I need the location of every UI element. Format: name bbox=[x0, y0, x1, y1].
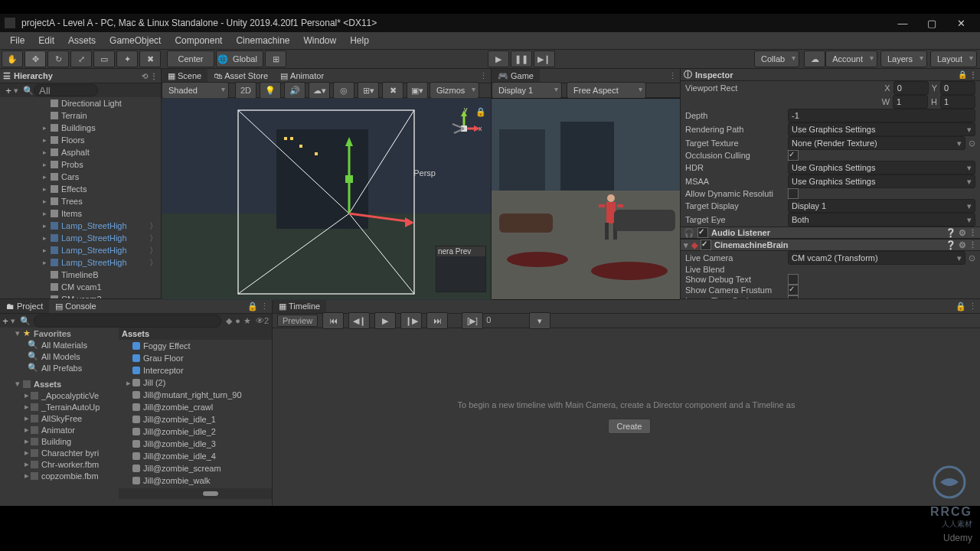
prev-frame-icon[interactable]: ◀❙ bbox=[348, 312, 370, 329]
hand-tool-icon[interactable]: ✋ bbox=[2, 51, 23, 67]
hierarchy-item[interactable]: ▸Probs bbox=[0, 158, 161, 171]
favorites-header[interactable]: ▾★Favorites bbox=[0, 328, 119, 339]
shading-mode-dropdown[interactable]: Shaded bbox=[162, 82, 229, 99]
minimize-button[interactable]: — bbox=[888, 15, 917, 31]
show-debug-checkbox[interactable] bbox=[788, 274, 799, 285]
layout-dropdown[interactable]: Layout bbox=[930, 51, 977, 67]
live-camera-field[interactable]: CM vcam2 (Transform) bbox=[788, 251, 965, 265]
hierarchy-item[interactable]: ▸Asphalt bbox=[0, 146, 161, 158]
asset-item[interactable]: Grau Floor bbox=[119, 352, 272, 364]
folder-item[interactable]: ▸Charachter byri bbox=[0, 447, 119, 458]
hierarchy-item[interactable]: ▸Floors bbox=[0, 134, 161, 146]
panel-lock-icon[interactable]: ⟲ ⋮ bbox=[142, 72, 158, 80]
audio-listener-component[interactable]: 🎧Audio Listener❔ ⚙ ⋮ bbox=[681, 227, 980, 239]
tool-icon[interactable]: ✖ bbox=[382, 82, 403, 99]
menu-window[interactable]: Window bbox=[297, 33, 344, 48]
create-dropdown[interactable]: + bbox=[3, 85, 14, 96]
viewport-y-field[interactable]: 0 bbox=[940, 81, 975, 95]
asset-item[interactable]: Foggy Effect bbox=[119, 340, 272, 352]
list-item[interactable]: 🔍All Materials bbox=[0, 339, 119, 350]
menu-edit[interactable]: Edit bbox=[31, 33, 61, 48]
tab-game[interactable]: 🎮Game bbox=[492, 69, 540, 83]
hierarchy-item[interactable]: ▸Lamp_StreetHigh〉 bbox=[0, 256, 161, 269]
hierarchy-list[interactable]: Directional LightTerrain▸Buildings▸Floor… bbox=[0, 97, 161, 298]
tab-scene[interactable]: ▦Scene bbox=[162, 69, 207, 83]
project-tree[interactable]: ▾★Favorites 🔍All Materials 🔍All Models 🔍… bbox=[0, 328, 119, 506]
maximize-button[interactable]: ▢ bbox=[917, 15, 946, 31]
panel-menu-icon[interactable]: 🔒 ⋮ bbox=[952, 302, 980, 311]
close-button[interactable]: ✕ bbox=[946, 15, 975, 31]
asset-item[interactable]: Jill@mutant_right_turn_90 bbox=[119, 389, 272, 401]
menu-help[interactable]: Help bbox=[343, 33, 376, 48]
audio-toggle-icon[interactable]: 🔊 bbox=[284, 82, 305, 99]
camera-preview[interactable]: nera Prev bbox=[436, 246, 486, 292]
hierarchy-item[interactable]: ▸Lamp_StreetHigh〉 bbox=[0, 244, 161, 256]
lock-icon[interactable]: 🔒 bbox=[475, 107, 486, 117]
scene-gizmo[interactable]: y x 🔒 bbox=[445, 106, 483, 144]
filter-icon[interactable]: ● bbox=[234, 316, 242, 325]
filter-icon[interactable]: ◆ bbox=[224, 316, 234, 326]
timeline-options-icon[interactable]: ▾ bbox=[529, 312, 550, 329]
project-search-input[interactable] bbox=[34, 315, 221, 328]
twod-toggle[interactable]: 2D bbox=[235, 82, 256, 99]
move-tool-icon[interactable]: ✥ bbox=[24, 51, 46, 67]
asset-item[interactable]: ▸Jill (2) bbox=[119, 377, 272, 389]
hierarchy-item[interactable]: ▸Lamp_StreetHigh〉 bbox=[0, 220, 161, 232]
aspect-dropdown[interactable]: Free Aspect bbox=[567, 82, 646, 99]
folder-item[interactable]: ▸AllSkyFree bbox=[0, 412, 119, 424]
menu-file[interactable]: File bbox=[3, 33, 31, 48]
goto-start-icon[interactable]: ⏮ bbox=[322, 312, 344, 329]
scale-tool-icon[interactable]: ⤢ bbox=[70, 51, 92, 67]
tab-project[interactable]: 🖿Project bbox=[0, 299, 49, 313]
favorite-icon[interactable]: ★ bbox=[242, 316, 253, 326]
target-eye-dropdown[interactable]: Both bbox=[788, 213, 975, 227]
target-display-dropdown[interactable]: Display 1 bbox=[788, 199, 975, 213]
menu-component[interactable]: Component bbox=[168, 33, 229, 48]
list-item[interactable]: 🔍All Prefabs bbox=[0, 362, 119, 373]
asset-item[interactable]: Jill@zombie_crawl bbox=[119, 401, 272, 413]
rotate-tool-icon[interactable]: ↻ bbox=[47, 51, 69, 67]
tab-animator[interactable]: ▤Animator bbox=[274, 69, 330, 83]
collab-dropdown[interactable]: Collab bbox=[754, 51, 799, 67]
next-frame-icon[interactable]: ❙▶ bbox=[400, 312, 422, 329]
step-button[interactable]: ▶❙ bbox=[534, 51, 555, 67]
hierarchy-item[interactable]: ▸Items bbox=[0, 207, 161, 220]
hierarchy-search-input[interactable] bbox=[34, 84, 98, 96]
rendering-path-dropdown[interactable]: Use Graphics Settings bbox=[788, 122, 975, 136]
hierarchy-header[interactable]: ☰ Hierarchy ⟲ ⋮ bbox=[0, 69, 161, 83]
list-item[interactable]: 🔍All Models bbox=[0, 350, 119, 362]
target-icon[interactable]: ⊙ bbox=[969, 253, 975, 263]
layers-dropdown[interactable]: Layers bbox=[880, 51, 927, 67]
fx-toggle-icon[interactable]: ☁▾ bbox=[309, 82, 330, 99]
asset-item[interactable]: Jill@zombie_idle_1 bbox=[119, 413, 272, 425]
msaa-dropdown[interactable]: Use Graphics Settings bbox=[788, 174, 975, 188]
ignore-time-checkbox[interactable] bbox=[788, 295, 799, 298]
hierarchy-item[interactable]: ▸Buildings bbox=[0, 122, 161, 134]
frame-field[interactable]: 0 bbox=[486, 315, 524, 326]
hierarchy-item[interactable]: ▸Trees bbox=[0, 195, 161, 207]
hierarchy-item[interactable]: ▸Lamp_StreetHigh〉 bbox=[0, 232, 161, 244]
asset-item[interactable]: Interceptor bbox=[119, 364, 272, 377]
cloud-icon[interactable]: ☁ bbox=[804, 51, 825, 67]
assets-breadcrumb[interactable]: Assets bbox=[119, 328, 272, 340]
occlusion-checkbox[interactable] bbox=[788, 150, 799, 161]
menu-cinemachine[interactable]: Cinemachine bbox=[229, 33, 296, 48]
asset-item[interactable]: Jill@zombie_idle_4 bbox=[119, 450, 272, 462]
tab-timeline[interactable]: ▦Timeline bbox=[273, 299, 326, 313]
dynres-checkbox[interactable] bbox=[788, 188, 799, 199]
folder-item[interactable]: ▸Chr-worker.fbm bbox=[0, 458, 119, 470]
panel-menu-icon[interactable]: 🔒 ⋮ bbox=[958, 70, 977, 79]
viewport-h-field[interactable]: 1 bbox=[940, 95, 975, 109]
hierarchy-item[interactable]: TimelineB bbox=[0, 269, 161, 281]
asset-item[interactable]: Jill@zombie_scream bbox=[119, 462, 272, 474]
rect-tool-icon[interactable]: ▭ bbox=[93, 51, 115, 67]
hierarchy-item[interactable]: Directional Light bbox=[0, 97, 161, 109]
hidden-toggle-icon[interactable]: ◎ bbox=[333, 82, 354, 99]
account-dropdown[interactable]: Account bbox=[825, 51, 877, 67]
viewport-x-field[interactable]: 0 bbox=[893, 81, 929, 95]
tab-asset-store[interactable]: 🛍Asset Store bbox=[207, 69, 274, 83]
menu-assets[interactable]: Assets bbox=[61, 33, 103, 48]
persp-label[interactable]: Persp bbox=[413, 168, 436, 178]
lighting-toggle-icon[interactable]: 💡 bbox=[260, 82, 281, 99]
display-dropdown[interactable]: Display 1 bbox=[492, 82, 562, 99]
